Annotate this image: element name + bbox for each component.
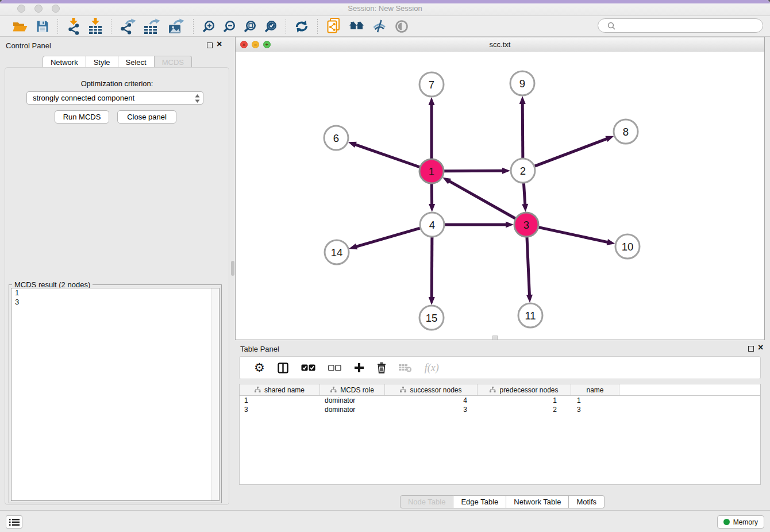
delete-table-icon <box>399 363 412 372</box>
svg-text:14: 14 <box>331 246 343 259</box>
svg-text:15: 15 <box>426 312 438 324</box>
import-network-icon[interactable] <box>67 18 80 35</box>
graph-node-6[interactable]: 6 <box>324 126 348 150</box>
os-titlebar: Session: New Session <box>0 0 770 16</box>
column-header-mcds-role[interactable]: MCDS role <box>320 384 385 395</box>
table-cell[interactable]: dominator <box>320 396 385 405</box>
column-header-shared-name[interactable]: shared name <box>240 384 320 395</box>
graph-edge-3-1[interactable] <box>442 178 515 218</box>
column-header-successor-nodes[interactable]: successor nodes <box>385 384 478 395</box>
zoom-selected-icon[interactable] <box>264 20 277 33</box>
memory-label: Memory <box>733 518 758 526</box>
graph-node-1[interactable]: 1 <box>419 159 444 183</box>
tree-icon <box>400 386 406 394</box>
search-icon <box>607 22 615 30</box>
export-image-icon[interactable] <box>168 18 184 34</box>
memory-button[interactable]: Memory <box>717 515 764 529</box>
splitter-handle[interactable] <box>492 336 498 340</box>
graph-edge-4-3[interactable] <box>445 222 514 228</box>
main-toolbar <box>0 16 770 37</box>
table-cell[interactable]: 3 <box>240 405 320 414</box>
graph-node-7[interactable]: 7 <box>419 72 444 97</box>
control-panel-float-icon[interactable] <box>207 43 213 48</box>
export-table-icon[interactable] <box>144 18 160 34</box>
tab-node-table[interactable]: Node Table <box>400 495 454 508</box>
column-header-predecessor-nodes[interactable]: predecessor nodes <box>478 384 571 395</box>
table-cell[interactable]: dominator <box>320 405 385 414</box>
table-cell[interactable]: 1 <box>571 396 619 405</box>
search-input[interactable] <box>622 21 763 30</box>
import-table-icon[interactable] <box>88 18 102 35</box>
table-header-row: shared nameMCDS rolesuccessor nodesprede… <box>240 384 760 396</box>
zoom-out-icon[interactable] <box>223 20 236 33</box>
tab-edge-table[interactable]: Edge Table <box>453 495 506 508</box>
hide-selected-icon[interactable] <box>372 20 387 33</box>
node-table: shared nameMCDS rolesuccessor nodesprede… <box>239 384 761 485</box>
graph-edge-3-11[interactable] <box>526 237 533 303</box>
graph-edge-1-6[interactable] <box>348 142 419 167</box>
table-row[interactable]: 1dominator411 <box>240 396 760 405</box>
graph-node-9[interactable]: 9 <box>510 71 534 95</box>
deselect-all-icon[interactable] <box>328 365 341 371</box>
table-cell[interactable]: 3 <box>571 405 619 414</box>
graph-edge-4-14[interactable] <box>349 228 420 249</box>
home-icon[interactable] <box>349 20 364 33</box>
gear-icon[interactable]: ⚙ <box>254 362 265 373</box>
close-panel-button[interactable]: Close panel <box>117 110 176 124</box>
table-cell[interactable]: 2 <box>478 405 571 414</box>
select-all-icon[interactable] <box>301 364 315 371</box>
show-all-icon[interactable] <box>395 20 409 33</box>
run-mcds-button[interactable]: Run MCDS <box>55 110 109 124</box>
graph-edge-2-8[interactable] <box>535 136 614 167</box>
column-header-name[interactable]: name <box>571 384 619 395</box>
table-row[interactable]: 3dominator323 <box>240 405 760 414</box>
graph-node-2[interactable]: 2 <box>511 159 535 183</box>
search-field[interactable] <box>598 18 763 33</box>
graph-edge-2-9[interactable] <box>519 96 526 158</box>
graph-node-15[interactable]: 15 <box>419 306 444 330</box>
export-network-icon[interactable] <box>120 18 136 34</box>
network-file-icon[interactable] <box>326 18 341 34</box>
graph-edge-4-15[interactable] <box>429 237 435 305</box>
select-stepper-icon <box>195 94 200 105</box>
graph-node-4[interactable]: 4 <box>420 213 444 237</box>
open-session-icon[interactable] <box>12 20 28 33</box>
table-cell[interactable]: 3 <box>385 405 478 414</box>
delete-column-icon[interactable] <box>377 362 386 373</box>
table-cell[interactable]: 4 <box>385 396 478 405</box>
apply-layout-icon[interactable] <box>295 20 309 33</box>
zoom-in-icon[interactable] <box>202 20 215 33</box>
control-panel-close-icon[interactable]: × <box>217 39 222 49</box>
network-canvas[interactable]: 7968124314101511 <box>236 52 764 340</box>
criterion-value: strongly connected component <box>33 94 134 102</box>
mcds-result-textarea[interactable]: 13 <box>11 288 220 501</box>
save-session-icon[interactable] <box>36 20 49 33</box>
graph-edge-3-10[interactable] <box>539 228 615 245</box>
svg-text:4: 4 <box>429 219 435 231</box>
graph-node-3[interactable]: 3 <box>514 213 538 237</box>
add-column-icon[interactable] <box>354 363 364 373</box>
split-columns-icon[interactable] <box>278 363 288 373</box>
task-history-button[interactable] <box>6 515 22 529</box>
graph-edge-1-2[interactable] <box>444 168 510 174</box>
table-cell[interactable]: 1 <box>240 396 320 405</box>
tab-network-table[interactable]: Network Table <box>506 495 569 508</box>
graph-edge-1-4[interactable] <box>429 184 435 212</box>
tab-motifs[interactable]: Motifs <box>569 495 605 508</box>
control-panel-scrollbar[interactable] <box>231 261 234 276</box>
svg-text:10: 10 <box>622 241 634 253</box>
criterion-select[interactable]: strongly connected component <box>26 91 203 105</box>
graph-edge-1-7[interactable] <box>429 97 435 159</box>
result-scrollbar[interactable] <box>211 288 219 500</box>
table-panel-close-icon[interactable]: × <box>758 342 763 353</box>
graph-node-10[interactable]: 10 <box>615 234 640 259</box>
network-window-titlebar[interactable]: × − + scc.txt <box>236 37 764 52</box>
zoom-fit-icon[interactable] <box>244 20 256 33</box>
graph-edge-2-3[interactable] <box>522 183 528 212</box>
table-panel-float-icon[interactable] <box>748 346 754 352</box>
table-cell[interactable]: 1 <box>478 396 571 405</box>
column-header-label: MCDS role <box>340 386 374 394</box>
graph-node-8[interactable]: 8 <box>614 119 638 144</box>
graph-node-11[interactable]: 11 <box>518 303 542 327</box>
graph-node-14[interactable]: 14 <box>325 240 349 264</box>
